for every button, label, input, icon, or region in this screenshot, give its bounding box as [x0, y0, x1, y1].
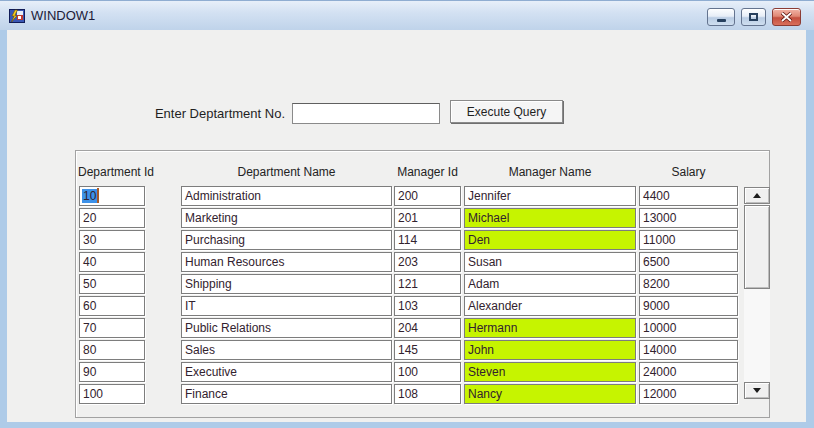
cell-salary[interactable]: 4400	[639, 186, 738, 206]
column-header-department-name: Department Name	[181, 165, 392, 182]
cell-department-name[interactable]: Shipping	[181, 274, 392, 294]
cell-value: 24000	[642, 365, 677, 379]
grid-rows: 10 Administration 200 Jennifer 4400 20 M…	[76, 186, 769, 404]
cell-manager-name[interactable]: Alexander	[464, 296, 636, 316]
cell-value: John	[467, 343, 495, 357]
text-caret	[97, 188, 99, 203]
cell-value: 100	[397, 365, 419, 379]
cell-value: 201	[397, 211, 419, 225]
minimize-button[interactable]	[707, 8, 735, 26]
cell-manager-name[interactable]: Michael	[464, 208, 636, 228]
cell-manager-id[interactable]: 103	[394, 296, 461, 316]
cell-department-id[interactable]: 70	[79, 318, 145, 338]
cell-value: Sales	[184, 343, 216, 357]
cell-department-id[interactable]: 100	[79, 384, 145, 404]
cell-manager-id[interactable]: 203	[394, 252, 461, 272]
cell-department-id[interactable]: 20	[79, 208, 145, 228]
cell-manager-name[interactable]: Den	[464, 230, 636, 250]
scrollbar-thumb[interactable]	[744, 205, 770, 289]
form-canvas: Enter Deptartment No. Execute Query Depa…	[7, 30, 806, 422]
cell-value: 90	[82, 365, 97, 379]
cell-value: Alexander	[467, 299, 523, 313]
cell-value: Shipping	[184, 277, 233, 291]
table-row: 90 Executive 100 Steven 24000	[76, 362, 769, 382]
cell-manager-name[interactable]: Jennifer	[464, 186, 636, 206]
cell-department-id[interactable]: 50	[79, 274, 145, 294]
department-no-label: Enter Deptartment No.	[127, 103, 285, 124]
cell-manager-name[interactable]: John	[464, 340, 636, 360]
cell-salary[interactable]: 13000	[639, 208, 738, 228]
cell-manager-id[interactable]: 108	[394, 384, 461, 404]
column-header-salary: Salary	[639, 165, 738, 182]
cell-department-name[interactable]: Finance	[181, 384, 392, 404]
cell-value: 12000	[642, 387, 677, 401]
cell-value: IT	[184, 299, 197, 313]
column-header-department-id: Department Id	[78, 165, 158, 182]
cell-manager-id[interactable]: 200	[394, 186, 461, 206]
cell-manager-name[interactable]: Nancy	[464, 384, 636, 404]
close-button[interactable]	[772, 8, 801, 26]
table-row: 70 Public Relations 204 Hermann 10000	[76, 318, 769, 338]
cell-salary[interactable]: 6500	[639, 252, 738, 272]
cell-value: 103	[397, 299, 419, 313]
execute-query-button[interactable]: Execute Query	[450, 100, 563, 123]
cell-salary[interactable]: 8200	[639, 274, 738, 294]
vertical-scrollbar[interactable]	[744, 187, 770, 399]
table-row: 40 Human Resources 203 Susan 6500	[76, 252, 769, 272]
cell-manager-name[interactable]: Steven	[464, 362, 636, 382]
cell-department-id[interactable]: 40	[79, 252, 145, 272]
cell-salary[interactable]: 14000	[639, 340, 738, 360]
restore-button[interactable]	[741, 8, 766, 26]
cell-manager-id[interactable]: 201	[394, 208, 461, 228]
cell-value: 6500	[642, 255, 671, 269]
cell-salary[interactable]: 10000	[639, 318, 738, 338]
minimize-icon	[717, 19, 726, 22]
table-row: 20 Marketing 201 Michael 13000	[76, 208, 769, 228]
cell-value: 204	[397, 321, 419, 335]
cell-value: Susan	[467, 255, 503, 269]
cell-manager-id[interactable]: 145	[394, 340, 461, 360]
cell-value: Finance	[184, 387, 229, 401]
cell-manager-id[interactable]: 114	[394, 230, 461, 250]
cell-manager-name[interactable]: Hermann	[464, 318, 636, 338]
cell-value: 100	[82, 387, 104, 401]
cell-department-name[interactable]: Purchasing	[181, 230, 392, 250]
application-window: WINDOW1 Enter Deptartment No. Execute Qu…	[0, 0, 814, 428]
scrollbar-track[interactable]	[744, 204, 770, 382]
close-icon	[781, 12, 792, 22]
cell-value: Den	[467, 233, 491, 247]
cell-value: Marketing	[184, 211, 239, 225]
cell-department-name[interactable]: Public Relations	[181, 318, 392, 338]
cell-department-id[interactable]: 60	[79, 296, 145, 316]
department-no-input[interactable]	[292, 103, 440, 124]
cell-manager-name[interactable]: Adam	[464, 274, 636, 294]
cell-salary[interactable]: 24000	[639, 362, 738, 382]
scrollbar-up-button[interactable]	[744, 187, 770, 204]
cell-manager-id[interactable]: 204	[394, 318, 461, 338]
cell-department-name[interactable]: Sales	[181, 340, 392, 360]
cell-value: 40	[82, 255, 97, 269]
cell-salary[interactable]: 11000	[639, 230, 738, 250]
cell-salary[interactable]: 12000	[639, 384, 738, 404]
cell-value: Michael	[467, 211, 510, 225]
cell-salary[interactable]: 9000	[639, 296, 738, 316]
cell-value: 50	[82, 277, 97, 291]
scrollbar-down-button[interactable]	[744, 382, 770, 399]
window-frame: Enter Deptartment No. Execute Query Depa…	[0, 30, 814, 428]
cell-department-id[interactable]: 30	[79, 230, 145, 250]
cell-value: Steven	[467, 365, 506, 379]
cell-value: 70	[82, 321, 97, 335]
titlebar[interactable]: WINDOW1	[0, 0, 814, 30]
cell-department-name[interactable]: Marketing	[181, 208, 392, 228]
cell-manager-id[interactable]: 121	[394, 274, 461, 294]
cell-department-id[interactable]: 90	[79, 362, 145, 382]
cell-manager-id[interactable]: 100	[394, 362, 461, 382]
cell-department-name[interactable]: Human Resources	[181, 252, 392, 272]
cell-department-name[interactable]: IT	[181, 296, 392, 316]
cell-manager-name[interactable]: Susan	[464, 252, 636, 272]
cell-department-name[interactable]: Executive	[181, 362, 392, 382]
cell-department-id[interactable]: 10	[79, 186, 145, 206]
cell-value: 10	[82, 189, 97, 203]
cell-department-id[interactable]: 80	[79, 340, 145, 360]
cell-department-name[interactable]: Administration	[181, 186, 392, 206]
